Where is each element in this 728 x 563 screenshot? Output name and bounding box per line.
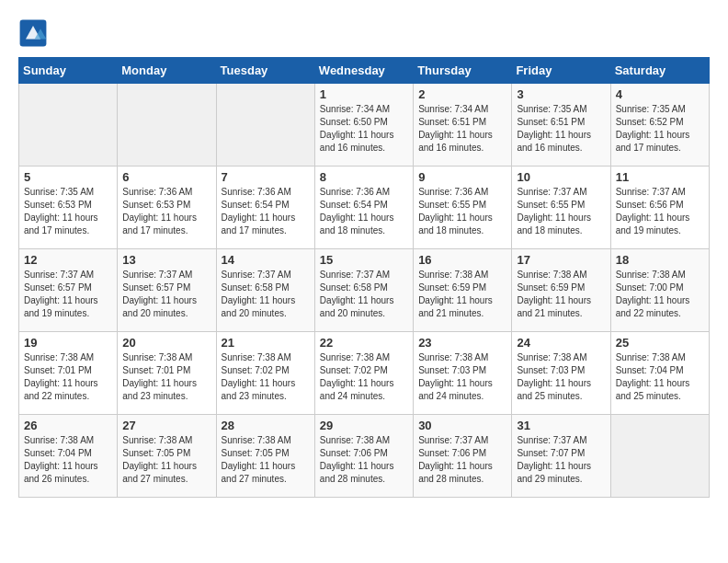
calendar-cell: 27Sunrise: 7:38 AM Sunset: 7:05 PM Dayli…: [118, 415, 216, 498]
day-number: 27: [122, 419, 210, 432]
day-number: 3: [517, 87, 605, 101]
calendar-cell: 28Sunrise: 7:38 AM Sunset: 7:05 PM Dayli…: [216, 415, 314, 498]
day-number: 22: [320, 336, 408, 350]
day-number: 31: [517, 419, 605, 432]
day-number: 19: [24, 336, 112, 350]
day-number: 23: [418, 336, 506, 350]
day-number: 9: [418, 170, 506, 184]
day-info: Sunrise: 7:38 AM Sunset: 7:02 PM Dayligh…: [320, 351, 408, 403]
calendar-cell: 16Sunrise: 7:38 AM Sunset: 6:59 PM Dayli…: [414, 249, 512, 332]
day-number: 28: [222, 419, 310, 432]
calendar-cell: [19, 84, 118, 167]
day-info: Sunrise: 7:38 AM Sunset: 7:03 PM Dayligh…: [517, 351, 605, 403]
day-number: 14: [222, 253, 310, 267]
calendar-cell: 9Sunrise: 7:36 AM Sunset: 6:55 PM Daylig…: [414, 167, 512, 249]
day-number: 11: [616, 170, 704, 184]
day-number: 13: [122, 253, 210, 267]
calendar-cell: 26Sunrise: 7:38 AM Sunset: 7:04 PM Dayli…: [19, 415, 118, 498]
day-info: Sunrise: 7:37 AM Sunset: 6:55 PM Dayligh…: [517, 186, 605, 237]
day-number: 20: [122, 336, 210, 350]
calendar-cell: 8Sunrise: 7:36 AM Sunset: 6:54 PM Daylig…: [314, 167, 413, 249]
calendar-cell: 2Sunrise: 7:34 AM Sunset: 6:51 PM Daylig…: [414, 84, 512, 167]
day-number: 18: [616, 253, 704, 267]
calendar-cell: 31Sunrise: 7:37 AM Sunset: 7:07 PM Dayli…: [512, 415, 610, 498]
calendar-cell: 18Sunrise: 7:38 AM Sunset: 7:00 PM Dayli…: [610, 249, 709, 332]
calendar-cell: [216, 84, 314, 167]
calendar-cell: 17Sunrise: 7:38 AM Sunset: 6:59 PM Dayli…: [512, 249, 610, 332]
calendar-cell: 15Sunrise: 7:37 AM Sunset: 6:58 PM Dayli…: [314, 249, 413, 332]
calendar-cell: [610, 415, 709, 498]
day-info: Sunrise: 7:37 AM Sunset: 7:07 PM Dayligh…: [517, 434, 605, 486]
day-number: 26: [24, 419, 112, 432]
calendar-cell: 29Sunrise: 7:38 AM Sunset: 7:06 PM Dayli…: [314, 415, 413, 498]
day-info: Sunrise: 7:36 AM Sunset: 6:55 PM Dayligh…: [418, 186, 506, 237]
day-number: 7: [222, 170, 310, 184]
logo: [18, 18, 51, 48]
day-number: 12: [24, 253, 112, 267]
day-number: 17: [517, 253, 605, 267]
calendar-cell: 1Sunrise: 7:34 AM Sunset: 6:50 PM Daylig…: [314, 84, 413, 167]
calendar-cell: 23Sunrise: 7:38 AM Sunset: 7:03 PM Dayli…: [414, 332, 512, 415]
day-info: Sunrise: 7:38 AM Sunset: 7:00 PM Dayligh…: [616, 269, 704, 320]
day-number: 21: [222, 336, 310, 350]
calendar-week-row: 1Sunrise: 7:34 AM Sunset: 6:50 PM Daylig…: [19, 84, 710, 167]
weekday-header-row: SundayMondayTuesdayWednesdayThursdayFrid…: [19, 58, 710, 84]
day-number: 4: [616, 87, 704, 101]
day-info: Sunrise: 7:35 AM Sunset: 6:52 PM Dayligh…: [616, 103, 704, 155]
day-info: Sunrise: 7:38 AM Sunset: 7:04 PM Dayligh…: [24, 434, 112, 486]
calendar-cell: 21Sunrise: 7:38 AM Sunset: 7:02 PM Dayli…: [216, 332, 314, 415]
day-number: 30: [418, 419, 506, 432]
weekday-header-saturday: Saturday: [610, 58, 709, 84]
day-info: Sunrise: 7:38 AM Sunset: 6:59 PM Dayligh…: [517, 269, 605, 320]
day-info: Sunrise: 7:37 AM Sunset: 6:58 PM Dayligh…: [320, 269, 408, 320]
day-number: 1: [320, 87, 408, 101]
weekday-header-wednesday: Wednesday: [314, 58, 413, 84]
day-number: 25: [616, 336, 704, 350]
day-info: Sunrise: 7:37 AM Sunset: 7:06 PM Dayligh…: [418, 434, 506, 486]
calendar-cell: [118, 84, 216, 167]
day-info: Sunrise: 7:36 AM Sunset: 6:54 PM Dayligh…: [320, 186, 408, 237]
day-number: 2: [418, 87, 506, 101]
calendar-week-row: 5Sunrise: 7:35 AM Sunset: 6:53 PM Daylig…: [19, 167, 710, 249]
logo-icon: [18, 18, 48, 48]
calendar-cell: 19Sunrise: 7:38 AM Sunset: 7:01 PM Dayli…: [19, 332, 118, 415]
calendar-cell: 4Sunrise: 7:35 AM Sunset: 6:52 PM Daylig…: [610, 84, 709, 167]
day-info: Sunrise: 7:38 AM Sunset: 7:03 PM Dayligh…: [418, 351, 506, 403]
calendar-cell: 7Sunrise: 7:36 AM Sunset: 6:54 PM Daylig…: [216, 167, 314, 249]
day-info: Sunrise: 7:37 AM Sunset: 6:57 PM Dayligh…: [24, 269, 112, 320]
calendar-cell: 22Sunrise: 7:38 AM Sunset: 7:02 PM Dayli…: [314, 332, 413, 415]
calendar-cell: 20Sunrise: 7:38 AM Sunset: 7:01 PM Dayli…: [118, 332, 216, 415]
weekday-header-tuesday: Tuesday: [216, 58, 314, 84]
day-number: 6: [122, 170, 210, 184]
day-info: Sunrise: 7:34 AM Sunset: 6:51 PM Dayligh…: [418, 103, 506, 155]
day-info: Sunrise: 7:38 AM Sunset: 6:59 PM Dayligh…: [418, 269, 506, 320]
day-info: Sunrise: 7:38 AM Sunset: 7:05 PM Dayligh…: [222, 434, 310, 486]
day-info: Sunrise: 7:38 AM Sunset: 7:06 PM Dayligh…: [320, 434, 408, 486]
day-info: Sunrise: 7:38 AM Sunset: 7:02 PM Dayligh…: [222, 351, 310, 403]
page-header: [18, 18, 710, 48]
day-info: Sunrise: 7:36 AM Sunset: 6:54 PM Dayligh…: [222, 186, 310, 237]
day-info: Sunrise: 7:36 AM Sunset: 6:53 PM Dayligh…: [122, 186, 210, 237]
calendar-week-row: 19Sunrise: 7:38 AM Sunset: 7:01 PM Dayli…: [19, 332, 710, 415]
weekday-header-sunday: Sunday: [19, 58, 118, 84]
day-info: Sunrise: 7:37 AM Sunset: 6:56 PM Dayligh…: [616, 186, 704, 237]
day-number: 24: [517, 336, 605, 350]
day-info: Sunrise: 7:37 AM Sunset: 6:58 PM Dayligh…: [222, 269, 310, 320]
calendar-cell: 10Sunrise: 7:37 AM Sunset: 6:55 PM Dayli…: [512, 167, 610, 249]
day-info: Sunrise: 7:38 AM Sunset: 7:05 PM Dayligh…: [122, 434, 210, 486]
day-number: 5: [24, 170, 112, 184]
calendar-cell: 6Sunrise: 7:36 AM Sunset: 6:53 PM Daylig…: [118, 167, 216, 249]
day-number: 16: [418, 253, 506, 267]
day-info: Sunrise: 7:38 AM Sunset: 7:04 PM Dayligh…: [616, 351, 704, 403]
day-info: Sunrise: 7:35 AM Sunset: 6:51 PM Dayligh…: [517, 103, 605, 155]
day-number: 10: [517, 170, 605, 184]
weekday-header-friday: Friday: [512, 58, 610, 84]
calendar-cell: 24Sunrise: 7:38 AM Sunset: 7:03 PM Dayli…: [512, 332, 610, 415]
day-info: Sunrise: 7:38 AM Sunset: 7:01 PM Dayligh…: [122, 351, 210, 403]
weekday-header-thursday: Thursday: [414, 58, 512, 84]
calendar-week-row: 26Sunrise: 7:38 AM Sunset: 7:04 PM Dayli…: [19, 415, 710, 498]
day-number: 8: [320, 170, 408, 184]
calendar-week-row: 12Sunrise: 7:37 AM Sunset: 6:57 PM Dayli…: [19, 249, 710, 332]
calendar-cell: 11Sunrise: 7:37 AM Sunset: 6:56 PM Dayli…: [610, 167, 709, 249]
calendar-cell: 5Sunrise: 7:35 AM Sunset: 6:53 PM Daylig…: [19, 167, 118, 249]
